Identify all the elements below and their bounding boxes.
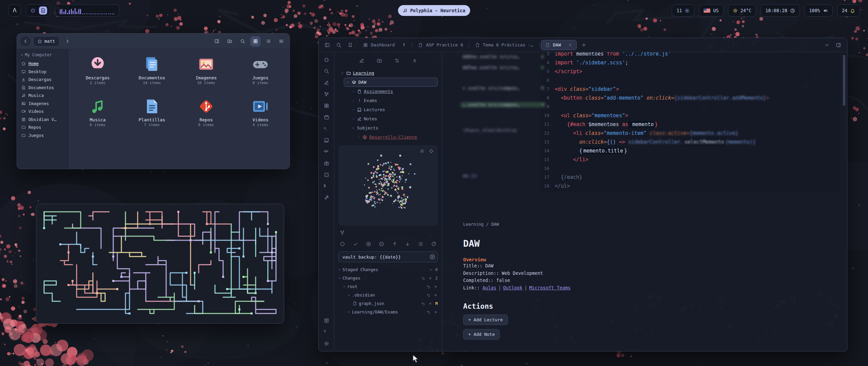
pin-icon[interactable] [402,43,406,47]
undo-icon[interactable] [421,302,425,306]
back-button[interactable] [20,36,31,46]
ribbon-wrench-button[interactable] [323,195,330,201]
graph-fork-toggle-button[interactable] [338,229,346,236]
ribbon-code-button[interactable]: </> [323,148,330,155]
folder-item-documentos[interactable]: Documentos14 items [125,53,179,95]
ribbon-terminal-button[interactable]: >_ [323,125,330,132]
ribbon-search-button[interactable] [323,68,330,75]
git-up-button[interactable] [391,240,399,248]
git-row-learning-daw-exams[interactable]: ▾Learning/DAW/Exams [338,308,438,316]
git-row-obsidian[interactable]: ▾.obsidian [338,291,438,299]
ribbon-pencil-button[interactable] [323,79,330,86]
plus-icon[interactable] [434,285,438,289]
tab-daw[interactable]: DAW [541,40,577,50]
folder-item-imagenes[interactable]: Imagenes10 items [179,53,233,95]
tree-item-desarrollo-cliente[interactable]: ›Desarrollo-Cliente [355,133,438,142]
ribbon-help-button[interactable]: ? [323,329,330,336]
graph-settings-button[interactable] [419,148,425,154]
folder-item-juegos[interactable]: Juegos8 items [233,53,288,95]
ribbon-dice-button[interactable] [323,171,330,178]
ribbon-graph-button[interactable] [323,91,330,98]
folder-item-videos[interactable]: Videos4 items [233,95,288,137]
notifications-widget[interactable]: 24 [837,4,860,17]
git-row-root[interactable]: ▾root [338,282,438,291]
graph-filter-button[interactable] [428,148,434,154]
toggle-left-sidebar-button[interactable] [323,41,332,49]
forward-button[interactable] [62,36,72,46]
bookmarks-button[interactable] [346,41,355,49]
notes-button[interactable] [39,6,47,15]
plus-icon[interactable] [428,302,432,306]
new-tab-button[interactable] [579,41,588,49]
tree-item-daw[interactable]: ▾DAW [344,78,438,87]
explorer-pencil-button[interactable] [357,56,366,65]
media-player-widget[interactable]: Polyphia - Neurotica [398,5,470,16]
power-button[interactable] [29,6,37,15]
tab-list-button[interactable] [823,41,831,49]
sidebar-item-documentos[interactable]: Documentos [17,84,68,92]
quick-search-button[interactable] [334,41,343,49]
sidebar-item-home[interactable]: Home [17,60,68,68]
list-view-button[interactable] [263,36,273,46]
new-folder-button[interactable] [224,36,235,46]
git-row-graph-json[interactable]: graph.jsonM [338,299,438,308]
ribbon-grid4-button[interactable] [323,102,330,109]
git-circleic-button[interactable] [338,240,347,248]
toggle-right-sidebar-button[interactable] [834,41,843,49]
plus-icon[interactable] [434,293,438,297]
close-icon[interactable] [568,43,572,47]
plus-icon[interactable] [434,310,438,314]
tree-item-lectures[interactable]: ›Lectures [349,105,438,114]
ribbon-gear-button[interactable] [323,340,330,347]
undo-icon[interactable] [427,285,431,289]
undo-icon[interactable] [421,276,425,280]
folder-item-descargas[interactable]: Descargas2 items [71,53,125,95]
menu-button[interactable] [276,36,286,46]
commit-message-input[interactable] [338,251,438,262]
link-outlook[interactable]: Outlook [503,285,522,290]
git-check-button[interactable] [351,240,359,248]
split-view-button[interactable] [212,36,222,46]
tab-tema-6-pr-cticas[interactable]: Tema 6 Prácticas -… [471,40,538,50]
sidebar-item-imagenes[interactable]: Imagenes [17,100,68,108]
link-microsoft-teams[interactable]: Microsoft Teams [529,285,571,290]
git-down-button[interactable] [403,240,412,248]
folder-item-musica[interactable]: Musica6 items [71,95,125,137]
ribbon-box-button[interactable] [323,317,330,324]
undo-icon[interactable] [427,310,431,314]
git-list-button[interactable] [416,240,425,248]
tree-item-assignments[interactable]: ›Assignments [349,87,438,96]
ribbon-calendar-button[interactable] [323,114,330,121]
link-aulas[interactable]: Aulas [482,285,496,290]
explorer-sort-button[interactable] [393,56,401,65]
tree-item-subjects[interactable]: ▾Subjects [349,123,438,133]
tree-item-exams[interactable]: ›Exams [349,96,438,105]
ribbon-book-button[interactable] [323,137,330,144]
plus-icon[interactable] [428,276,432,280]
explorer-folder-plus-button[interactable] [375,56,384,65]
app-launcher-button[interactable]: Λ [8,4,21,17]
clear-message-icon[interactable] [429,254,435,260]
add-lecture-button[interactable]: + Add Lecture [463,314,508,325]
code-block[interactable]: 3import mementoes from '../../store.js'4… [540,52,840,193]
sidebar-item-musica[interactable]: Musica [17,92,68,100]
ribbon-home-button[interactable] [323,56,330,63]
undo-icon[interactable] [427,293,431,297]
updates-widget[interactable]: 11 [672,4,694,17]
editor-scrollbar[interactable] [843,55,845,106]
sidebar-item-descargas[interactable]: Descargas [17,76,68,84]
tab-dashboard[interactable]: Dashboard [359,40,411,50]
tree-item-notes[interactable]: ›Notes [349,114,438,123]
ribbon-dollar-button[interactable]: $ [323,183,330,190]
grid-view-button[interactable] [250,36,260,46]
tab-asp-practice-6[interactable]: ASP Practice 6 [414,40,468,50]
git-plus-c-button[interactable] [364,240,373,248]
sidebar-item-desktop[interactable]: Desktop [17,68,68,76]
ribbon-camera-button[interactable] [323,160,330,167]
sidebar-item-obsidian-v[interactable]: Obsidian V… [17,116,68,124]
clock-widget[interactable]: 18:08:28 [761,4,800,17]
sidebar-item-repos[interactable]: Repos [17,123,68,131]
git-row-staged-changes[interactable]: ▾Staged Changes—0 [338,265,438,274]
breadcrumb[interactable]: matt [33,36,59,46]
search-button[interactable] [237,36,248,46]
